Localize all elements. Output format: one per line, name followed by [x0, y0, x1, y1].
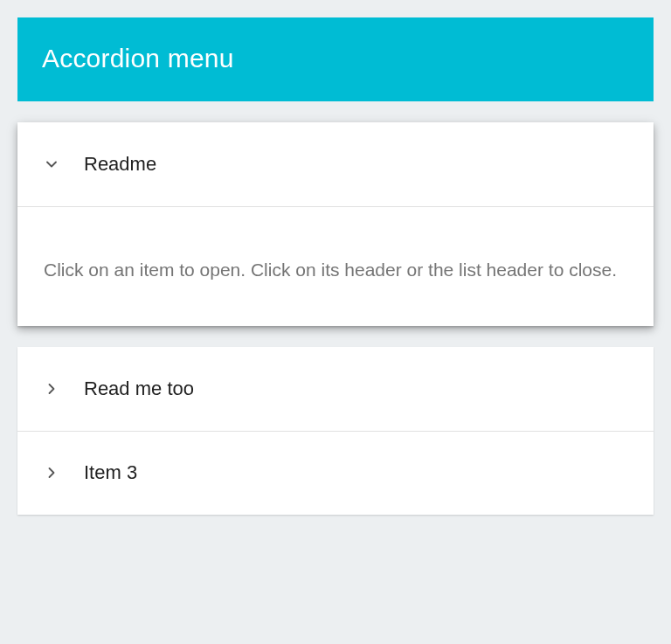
accordion-item-label: Item 3	[84, 461, 137, 484]
accordion-item-readmetoo-header[interactable]: Read me too	[17, 347, 654, 431]
page-title-bar: Accordion menu	[17, 17, 654, 101]
page-title: Accordion menu	[42, 44, 234, 73]
accordion-body-text: Click on an item to open. Click on its h…	[44, 260, 617, 280]
accordion-item-readme-header[interactable]: Readme	[17, 122, 654, 206]
accordion-expanded-card: Readme Click on an item to open. Click o…	[17, 122, 654, 326]
accordion-item-readme-body: Click on an item to open. Click on its h…	[17, 206, 654, 326]
chevron-right-icon	[42, 463, 61, 482]
chevron-down-icon	[42, 155, 61, 174]
accordion-item-label: Readme	[84, 153, 156, 176]
chevron-right-icon	[42, 379, 61, 398]
accordion-collapsed-list: Read me too Item 3	[17, 347, 654, 515]
accordion-item-label: Read me too	[84, 377, 194, 400]
accordion-item-item3-header[interactable]: Item 3	[17, 431, 654, 515]
